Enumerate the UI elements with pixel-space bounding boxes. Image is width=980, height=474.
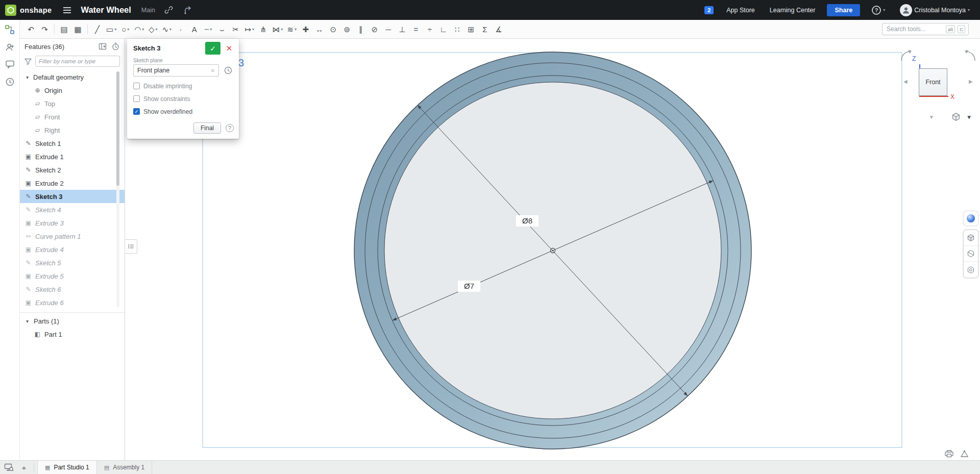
learning-center-link[interactable]: Learning Center xyxy=(767,6,819,14)
tool-text-button[interactable]: A xyxy=(187,22,201,36)
collapse-caret-icon[interactable]: ▾ xyxy=(24,74,30,80)
tool-redo-button[interactable]: ↷ xyxy=(38,22,52,36)
clear-selection-icon[interactable]: ✕ xyxy=(211,68,215,73)
tool-arc-button[interactable]: ◠▾ xyxy=(132,22,146,36)
view-cube-front-face[interactable]: Front xyxy=(919,68,947,96)
collapse-caret-icon[interactable]: ▾ xyxy=(24,318,30,324)
tool-horizontal-button[interactable]: ─ xyxy=(381,22,395,36)
tool-construction-button[interactable]: ┄▾ xyxy=(201,22,215,36)
feature-default-geometry[interactable]: ▾Default geometry xyxy=(20,70,125,84)
tool-undo-button[interactable]: ↶ xyxy=(24,22,38,36)
feature-top[interactable]: ▱Top xyxy=(20,97,125,110)
branch-workspace-icon[interactable] xyxy=(182,5,193,15)
tool-spline-button[interactable]: ∿▾ xyxy=(160,22,174,36)
feature-extrude-1[interactable]: ▣Extrude 1 xyxy=(20,150,125,163)
tool-circle-button[interactable]: ○▾ xyxy=(118,22,132,36)
tool-pattern-button[interactable]: ⊞ xyxy=(464,22,478,36)
section-view-icon[interactable] xyxy=(964,246,978,262)
tool-point-button[interactable]: ∙ xyxy=(174,22,187,36)
sketch-scene[interactable]: 3 Ø8 Ø7 xyxy=(125,39,980,460)
main-menu-button[interactable] xyxy=(60,4,74,17)
tool-rectangle-button[interactable]: ▭▾ xyxy=(104,22,118,36)
view-cube[interactable]: ◀ ▶ ▼ Z Front X ▾ xyxy=(897,43,980,132)
tool-normal-button[interactable]: ∟ xyxy=(436,22,450,36)
onshape-logo-icon[interactable] xyxy=(5,5,16,16)
tool-transform-button[interactable]: ✚ xyxy=(299,22,312,36)
display-modes-icon[interactable] xyxy=(964,230,978,246)
history-clock-icon[interactable] xyxy=(3,76,16,87)
insert-new-tab-button[interactable]: + xyxy=(17,461,31,474)
user-menu-button[interactable]: Cristobal Montoya ▾ xyxy=(897,4,973,17)
shaded-view-button[interactable] xyxy=(964,211,978,226)
comments-icon[interactable] xyxy=(3,59,16,70)
tool-concentric-button[interactable]: ⊚ xyxy=(340,22,354,36)
checkbox-disable-imprinting[interactable]: Disable imprinting xyxy=(133,80,233,92)
tool-parallel-button[interactable]: ∥ xyxy=(354,22,368,36)
feature-sketch-1[interactable]: ✎Sketch 1 xyxy=(20,137,125,150)
parts-header[interactable]: ▾ Parts (1) xyxy=(20,314,125,328)
tool-line-button[interactable]: ╱ xyxy=(90,22,104,36)
tool-slot-button[interactable]: ◇▾ xyxy=(146,22,160,36)
graphics-viewport[interactable]: 3 Ø8 Ø7 xyxy=(125,39,980,460)
share-button[interactable]: Share xyxy=(827,4,860,16)
tool-mirror-button[interactable]: ⋈▾ xyxy=(270,22,285,36)
feature-front[interactable]: ▱Front xyxy=(20,110,125,123)
tool-extend-button[interactable]: ↦▾ xyxy=(242,22,256,36)
tool-sum-button[interactable]: Σ xyxy=(478,22,492,36)
app-store-link[interactable]: App Store xyxy=(723,6,758,14)
tool-midpoint-button[interactable]: ÷ xyxy=(423,22,436,36)
final-button[interactable]: Final xyxy=(193,122,221,134)
tool-insert-image-button[interactable]: ▦ xyxy=(71,22,85,36)
tool-symmetry-button[interactable]: ∷ xyxy=(450,22,464,36)
scrollbar-thumb[interactable] xyxy=(116,71,119,186)
workspace-name[interactable]: Main xyxy=(141,7,155,14)
feature-sketch-6[interactable]: ✎Sketch 6 xyxy=(20,283,125,296)
dialog-help-icon[interactable]: ? xyxy=(226,124,234,132)
tab-assembly-1[interactable]: ▤Assembly 1 xyxy=(97,461,152,474)
feature-part-1[interactable]: ◧Part 1 xyxy=(20,328,125,341)
checkbox-checked-icon[interactable]: ✓ xyxy=(133,108,140,115)
checkbox-show-overdefined[interactable]: ✓Show overdefined xyxy=(133,105,233,118)
feature-extrude-2[interactable]: ▣Extrude 2 xyxy=(20,177,125,190)
checkbox-unchecked-icon[interactable] xyxy=(133,95,140,102)
snapshot-icon[interactable] xyxy=(944,450,954,458)
feature-curve-pattern-1[interactable]: ∾Curve pattern 1 xyxy=(20,230,125,243)
rollback-history-icon[interactable] xyxy=(111,42,120,51)
dialog-header[interactable]: Sketch 3 ✓ ✕ xyxy=(127,39,239,57)
view-menu-button[interactable]: ▾ xyxy=(948,109,979,124)
feature-extrude-4[interactable]: ▣Extrude 4 xyxy=(20,243,125,256)
tool-tangent-button[interactable]: ⊘ xyxy=(368,22,381,36)
tab-part-studio-1[interactable]: ▦Part Studio 1 xyxy=(37,461,97,474)
feature-extrude-3[interactable]: ▣Extrude 3 xyxy=(20,216,125,230)
tool-split-button[interactable]: ⋔ xyxy=(256,22,270,36)
rotate-down-arrow[interactable]: ▼ xyxy=(929,114,934,120)
named-views-icon[interactable] xyxy=(964,262,978,278)
feature-sketch-4[interactable]: ✎Sketch 4 xyxy=(20,203,125,216)
rotate-left-arrow[interactable]: ◀ xyxy=(903,79,908,84)
versions-history-icon[interactable] xyxy=(3,24,16,35)
feature-origin[interactable]: ⊕Origin xyxy=(20,84,125,97)
cancel-button[interactable]: ✕ xyxy=(224,44,235,53)
tool-coincident-button[interactable]: ⊙ xyxy=(326,22,340,36)
tree-options-flyout-button[interactable] xyxy=(125,239,137,254)
follow-mode-icon[interactable] xyxy=(3,41,16,53)
parameter-history-icon[interactable] xyxy=(224,66,233,75)
sketch-plane-field[interactable]: Front plane ✕ xyxy=(133,64,219,77)
copy-link-icon[interactable] xyxy=(163,5,174,15)
tool-paste-sketch-button[interactable]: ▤ xyxy=(57,22,71,36)
feature-extrude-5[interactable]: ▣Extrude 5 xyxy=(20,269,125,283)
tool-measure-button[interactable]: ∡ xyxy=(492,22,505,36)
scale-indicator-icon[interactable] xyxy=(960,450,969,458)
tool-fillet-button[interactable]: ⌣ xyxy=(215,22,229,36)
search-tools[interactable]: alt C xyxy=(882,23,969,35)
tool-equal-button[interactable]: = xyxy=(409,22,423,36)
tool-dimension-button[interactable]: ↔ xyxy=(312,22,326,36)
feature-filter-input[interactable] xyxy=(35,56,120,67)
feature-right[interactable]: ▱Right xyxy=(20,123,125,137)
tool-trim-button[interactable]: ✂ xyxy=(229,22,242,36)
accept-button[interactable]: ✓ xyxy=(205,42,220,55)
checkbox-show-constraints[interactable]: Show constraints xyxy=(133,92,233,105)
feature-extrude-6[interactable]: ▣Extrude 6 xyxy=(20,296,125,309)
help-menu-button[interactable]: ? ▾ xyxy=(869,5,888,15)
tool-perpendicular-button[interactable]: ⊥ xyxy=(395,22,409,36)
